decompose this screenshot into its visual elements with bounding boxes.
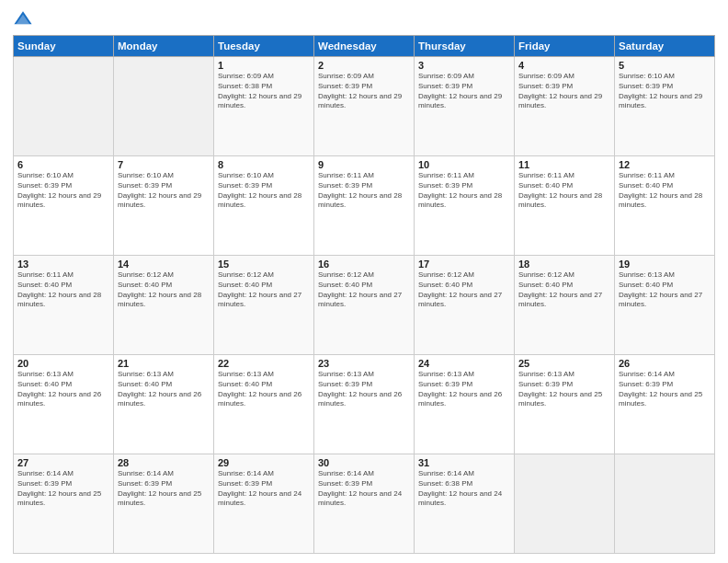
day-info: Sunrise: 6:13 AM Sunset: 6:40 PM Dayligh… bbox=[218, 370, 310, 409]
calendar-cell: 6Sunrise: 6:10 AM Sunset: 6:39 PM Daylig… bbox=[14, 156, 114, 256]
calendar-cell bbox=[515, 454, 615, 554]
day-info: Sunrise: 6:11 AM Sunset: 6:39 PM Dayligh… bbox=[418, 171, 510, 211]
calendar-cell: 21Sunrise: 6:13 AM Sunset: 6:40 PM Dayli… bbox=[114, 355, 214, 454]
day-info: Sunrise: 6:13 AM Sunset: 6:40 PM Dayligh… bbox=[619, 270, 711, 310]
calendar-week-row: 13Sunrise: 6:11 AM Sunset: 6:40 PM Dayli… bbox=[14, 256, 715, 355]
day-info: Sunrise: 6:11 AM Sunset: 6:39 PM Dayligh… bbox=[318, 171, 410, 211]
day-of-week-header: Friday bbox=[515, 36, 615, 57]
day-info: Sunrise: 6:11 AM Sunset: 6:40 PM Dayligh… bbox=[17, 270, 109, 310]
calendar-week-row: 6Sunrise: 6:10 AM Sunset: 6:39 PM Daylig… bbox=[14, 156, 715, 256]
calendar-cell: 30Sunrise: 6:14 AM Sunset: 6:39 PM Dayli… bbox=[314, 454, 415, 554]
calendar-table: SundayMondayTuesdayWednesdayThursdayFrid… bbox=[13, 35, 715, 554]
day-number: 12 bbox=[619, 159, 711, 170]
day-number: 22 bbox=[218, 358, 310, 369]
day-number: 2 bbox=[318, 60, 410, 71]
calendar-cell: 12Sunrise: 6:11 AM Sunset: 6:40 PM Dayli… bbox=[615, 156, 715, 256]
calendar-cell bbox=[14, 57, 114, 156]
day-number: 14 bbox=[118, 259, 210, 270]
day-number: 13 bbox=[17, 259, 109, 270]
day-number: 6 bbox=[17, 159, 109, 170]
day-info: Sunrise: 6:14 AM Sunset: 6:39 PM Dayligh… bbox=[17, 469, 109, 509]
day-number: 11 bbox=[518, 159, 610, 170]
calendar-week-row: 20Sunrise: 6:13 AM Sunset: 6:40 PM Dayli… bbox=[14, 355, 715, 454]
calendar-week-row: 27Sunrise: 6:14 AM Sunset: 6:39 PM Dayli… bbox=[14, 454, 715, 554]
calendar-cell: 11Sunrise: 6:11 AM Sunset: 6:40 PM Dayli… bbox=[515, 156, 615, 256]
calendar-cell: 8Sunrise: 6:10 AM Sunset: 6:39 PM Daylig… bbox=[214, 156, 314, 256]
day-info: Sunrise: 6:10 AM Sunset: 6:39 PM Dayligh… bbox=[218, 171, 310, 211]
day-number: 7 bbox=[118, 159, 210, 170]
day-of-week-header: Wednesday bbox=[314, 36, 415, 57]
calendar-cell: 25Sunrise: 6:13 AM Sunset: 6:39 PM Dayli… bbox=[515, 355, 615, 454]
day-number: 8 bbox=[218, 159, 310, 170]
logo-icon bbox=[13, 9, 33, 29]
calendar-cell: 2Sunrise: 6:09 AM Sunset: 6:39 PM Daylig… bbox=[314, 57, 415, 156]
calendar-cell: 16Sunrise: 6:12 AM Sunset: 6:40 PM Dayli… bbox=[314, 256, 415, 355]
calendar-cell: 1Sunrise: 6:09 AM Sunset: 6:38 PM Daylig… bbox=[214, 57, 314, 156]
calendar-cell: 23Sunrise: 6:13 AM Sunset: 6:39 PM Dayli… bbox=[314, 355, 415, 454]
day-info: Sunrise: 6:09 AM Sunset: 6:38 PM Dayligh… bbox=[218, 72, 310, 111]
day-number: 28 bbox=[118, 457, 210, 468]
day-number: 15 bbox=[218, 259, 310, 270]
calendar-cell: 19Sunrise: 6:13 AM Sunset: 6:40 PM Dayli… bbox=[615, 256, 715, 355]
header bbox=[13, 9, 715, 29]
day-number: 3 bbox=[418, 60, 510, 71]
day-info: Sunrise: 6:09 AM Sunset: 6:39 PM Dayligh… bbox=[518, 72, 610, 111]
calendar-cell: 5Sunrise: 6:10 AM Sunset: 6:39 PM Daylig… bbox=[615, 57, 715, 156]
day-info: Sunrise: 6:12 AM Sunset: 6:40 PM Dayligh… bbox=[418, 270, 510, 310]
calendar-cell: 27Sunrise: 6:14 AM Sunset: 6:39 PM Dayli… bbox=[14, 454, 114, 554]
day-number: 29 bbox=[218, 457, 310, 468]
calendar-cell: 9Sunrise: 6:11 AM Sunset: 6:39 PM Daylig… bbox=[314, 156, 415, 256]
calendar-cell: 3Sunrise: 6:09 AM Sunset: 6:39 PM Daylig… bbox=[415, 57, 515, 156]
calendar-cell: 28Sunrise: 6:14 AM Sunset: 6:39 PM Dayli… bbox=[114, 454, 214, 554]
day-info: Sunrise: 6:13 AM Sunset: 6:40 PM Dayligh… bbox=[17, 370, 109, 409]
day-info: Sunrise: 6:13 AM Sunset: 6:39 PM Dayligh… bbox=[318, 370, 410, 409]
day-of-week-header: Sunday bbox=[14, 36, 114, 57]
day-number: 9 bbox=[318, 159, 410, 170]
day-info: Sunrise: 6:12 AM Sunset: 6:40 PM Dayligh… bbox=[218, 270, 310, 310]
day-number: 26 bbox=[619, 358, 711, 369]
calendar-header-row: SundayMondayTuesdayWednesdayThursdayFrid… bbox=[14, 36, 715, 57]
day-info: Sunrise: 6:11 AM Sunset: 6:40 PM Dayligh… bbox=[619, 171, 711, 211]
day-info: Sunrise: 6:12 AM Sunset: 6:40 PM Dayligh… bbox=[118, 270, 210, 310]
day-of-week-header: Tuesday bbox=[214, 36, 314, 57]
day-number: 27 bbox=[17, 457, 109, 468]
day-info: Sunrise: 6:13 AM Sunset: 6:40 PM Dayligh… bbox=[118, 370, 210, 409]
calendar-cell: 10Sunrise: 6:11 AM Sunset: 6:39 PM Dayli… bbox=[415, 156, 515, 256]
day-number: 24 bbox=[418, 358, 510, 369]
day-info: Sunrise: 6:10 AM Sunset: 6:39 PM Dayligh… bbox=[118, 171, 210, 211]
day-info: Sunrise: 6:14 AM Sunset: 6:39 PM Dayligh… bbox=[318, 469, 410, 509]
calendar-cell: 7Sunrise: 6:10 AM Sunset: 6:39 PM Daylig… bbox=[114, 156, 214, 256]
calendar-cell: 20Sunrise: 6:13 AM Sunset: 6:40 PM Dayli… bbox=[14, 355, 114, 454]
day-number: 4 bbox=[518, 60, 610, 71]
day-info: Sunrise: 6:14 AM Sunset: 6:39 PM Dayligh… bbox=[218, 469, 310, 509]
day-number: 19 bbox=[619, 259, 711, 270]
day-number: 31 bbox=[418, 457, 510, 468]
calendar-cell: 18Sunrise: 6:12 AM Sunset: 6:40 PM Dayli… bbox=[515, 256, 615, 355]
day-number: 20 bbox=[17, 358, 109, 369]
day-number: 30 bbox=[318, 457, 410, 468]
day-info: Sunrise: 6:13 AM Sunset: 6:39 PM Dayligh… bbox=[518, 370, 610, 409]
day-info: Sunrise: 6:13 AM Sunset: 6:39 PM Dayligh… bbox=[418, 370, 510, 409]
day-number: 25 bbox=[518, 358, 610, 369]
calendar-cell: 26Sunrise: 6:14 AM Sunset: 6:39 PM Dayli… bbox=[615, 355, 715, 454]
page: SundayMondayTuesdayWednesdayThursdayFrid… bbox=[0, 0, 728, 563]
day-number: 21 bbox=[118, 358, 210, 369]
day-info: Sunrise: 6:09 AM Sunset: 6:39 PM Dayligh… bbox=[418, 72, 510, 111]
calendar-cell: 4Sunrise: 6:09 AM Sunset: 6:39 PM Daylig… bbox=[515, 57, 615, 156]
calendar-cell: 24Sunrise: 6:13 AM Sunset: 6:39 PM Dayli… bbox=[415, 355, 515, 454]
day-of-week-header: Monday bbox=[114, 36, 214, 57]
day-info: Sunrise: 6:12 AM Sunset: 6:40 PM Dayligh… bbox=[518, 270, 610, 310]
calendar-cell bbox=[615, 454, 715, 554]
day-info: Sunrise: 6:09 AM Sunset: 6:39 PM Dayligh… bbox=[318, 72, 410, 111]
calendar-cell: 17Sunrise: 6:12 AM Sunset: 6:40 PM Dayli… bbox=[415, 256, 515, 355]
day-number: 16 bbox=[318, 259, 410, 270]
day-info: Sunrise: 6:10 AM Sunset: 6:39 PM Dayligh… bbox=[17, 171, 109, 211]
day-info: Sunrise: 6:11 AM Sunset: 6:40 PM Dayligh… bbox=[518, 171, 610, 211]
day-info: Sunrise: 6:12 AM Sunset: 6:40 PM Dayligh… bbox=[318, 270, 410, 310]
day-number: 18 bbox=[518, 259, 610, 270]
calendar-cell: 15Sunrise: 6:12 AM Sunset: 6:40 PM Dayli… bbox=[214, 256, 314, 355]
day-of-week-header: Saturday bbox=[615, 36, 715, 57]
day-of-week-header: Thursday bbox=[415, 36, 515, 57]
calendar-cell: 29Sunrise: 6:14 AM Sunset: 6:39 PM Dayli… bbox=[214, 454, 314, 554]
day-info: Sunrise: 6:14 AM Sunset: 6:39 PM Dayligh… bbox=[619, 370, 711, 409]
